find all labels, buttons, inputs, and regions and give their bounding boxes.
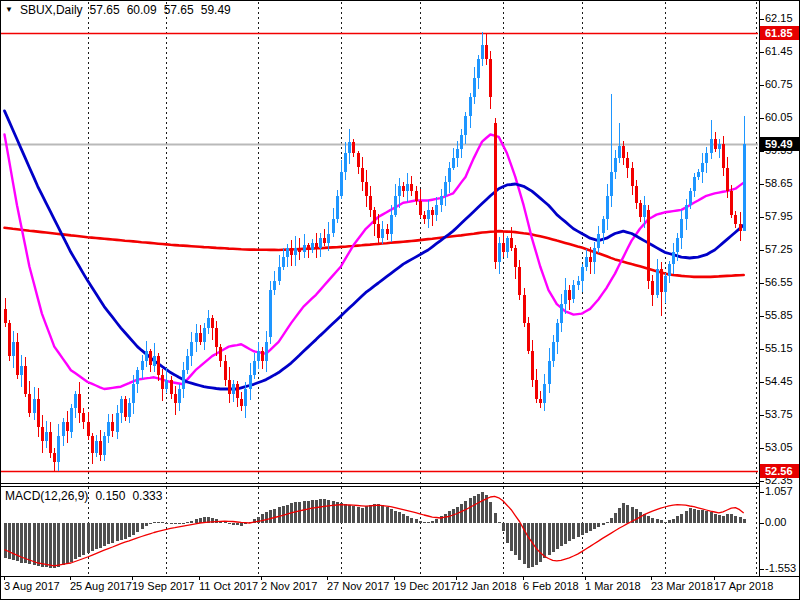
price-level-badge: 59.49 xyxy=(760,137,800,151)
macd-name: MACD(12,26,9) xyxy=(5,489,88,503)
price-axis-tick xyxy=(760,184,764,185)
time-axis-label: 11 Oct 2017 xyxy=(199,580,258,592)
price-axis-tick xyxy=(760,316,764,317)
time-axis-label: 6 Feb 2018 xyxy=(523,580,579,592)
price-axis-label: 58.65 xyxy=(765,177,793,190)
price-axis-label: 57.95 xyxy=(765,210,793,223)
macd-axis-tick xyxy=(760,523,764,524)
candles xyxy=(4,32,746,472)
macd-axis-label: -1.553 xyxy=(765,562,796,575)
macd-main-value: 0.150 xyxy=(95,489,125,503)
price-chart-pane[interactable] xyxy=(1,1,760,483)
time-axis-label: 27 Nov 2017 xyxy=(327,580,389,592)
macd-axis-label: 0.00 xyxy=(765,516,786,529)
price-axis-tick xyxy=(760,151,764,152)
time-axis-label: 1 Mar 2018 xyxy=(585,580,641,592)
price-level-badge: 52.56 xyxy=(760,464,800,478)
price-axis-label: 60.05 xyxy=(765,111,793,124)
price-axis-tick xyxy=(760,448,764,449)
time-axis[interactable]: 3 Aug 201725 Aug 201719 Sep 201711 Oct 2… xyxy=(1,577,800,600)
quote-low: 57.65 xyxy=(164,3,194,17)
macd-axis-tick xyxy=(760,492,764,493)
price-axis-tick xyxy=(760,349,764,350)
price-axis-tick xyxy=(760,19,764,20)
price-axis-tick xyxy=(760,52,764,53)
macd-indicator-label: MACD(12,26,9) 0.150 0.333 xyxy=(5,489,162,503)
pane-separator-bottom[interactable] xyxy=(1,486,760,487)
price-axis-label: 54.45 xyxy=(765,375,793,388)
pane-separator-top[interactable] xyxy=(1,483,760,484)
price-axis-tick xyxy=(760,118,764,119)
time-axis-label: 12 Jan 2018 xyxy=(456,580,517,592)
quote-open: 57.65 xyxy=(90,3,120,17)
price-axis-label: 53.75 xyxy=(765,408,793,421)
quote-high: 60.09 xyxy=(127,3,157,17)
price-axis-label: 62.15 xyxy=(765,12,793,25)
price-level-badge: 61.85 xyxy=(760,26,800,40)
price-axis-label: 61.45 xyxy=(765,45,793,58)
quote-line: ▼ SBUX,Daily 57.65 60.09 57.65 59.49 xyxy=(5,3,231,17)
time-axis-label: 23 Mar 2018 xyxy=(651,580,713,592)
price-axis[interactable]: 62.1561.8561.4560.7560.0559.4959.3558.65… xyxy=(760,1,800,576)
price-axis-label: 53.05 xyxy=(765,441,793,454)
price-axis-tick xyxy=(760,283,764,284)
price-axis-label: 57.25 xyxy=(765,243,793,256)
time-axis-label: 17 Apr 2018 xyxy=(714,580,773,592)
price-axis-label: 56.55 xyxy=(765,276,793,289)
macd-histogram xyxy=(4,492,746,569)
price-axis-tick xyxy=(760,382,764,383)
price-axis-label: 60.75 xyxy=(765,78,793,91)
time-axis-label: 19 Dec 2017 xyxy=(394,580,456,592)
time-axis-label: 25 Aug 2017 xyxy=(70,580,132,592)
quote-close: 59.49 xyxy=(201,3,231,17)
mid-sma-line xyxy=(5,111,744,389)
price-axis-tick xyxy=(760,415,764,416)
price-axis-label: 55.85 xyxy=(765,309,793,322)
month-gridlines xyxy=(89,2,757,483)
macd-axis-tick xyxy=(760,569,764,570)
time-axis-label: 3 Aug 2017 xyxy=(4,580,60,592)
chart-dropdown-arrow-icon: ▼ xyxy=(5,4,13,16)
price-axis-tick xyxy=(760,250,764,251)
price-axis-tick xyxy=(760,85,764,86)
chart-window: ▼ SBUX,Daily 57.65 60.09 57.65 59.49 MAC… xyxy=(0,0,800,600)
price-axis-tick xyxy=(760,481,764,482)
symbol-period-label: SBUX,Daily xyxy=(20,3,83,17)
macd-axis-label: 1.057 xyxy=(765,485,793,498)
month-gridlines-macd xyxy=(89,487,757,576)
price-axis-label: 55.15 xyxy=(765,342,793,355)
time-axis-label: 2 Nov 2017 xyxy=(261,580,317,592)
price-axis-tick xyxy=(760,217,764,218)
macd-signal-value: 0.333 xyxy=(132,489,162,503)
time-axis-label: 19 Sep 2017 xyxy=(132,580,194,592)
